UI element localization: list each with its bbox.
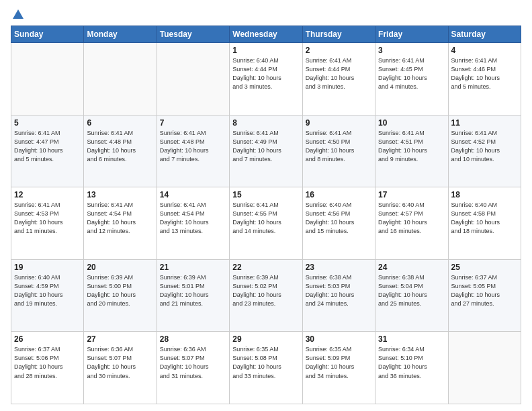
day-info: Sunrise: 6:39 AM Sunset: 5:01 PM Dayligh… bbox=[160, 273, 226, 308]
calendar-cell: 29Sunrise: 6:35 AM Sunset: 5:08 PM Dayli… bbox=[230, 332, 302, 404]
day-number: 27 bbox=[87, 334, 153, 344]
day-info: Sunrise: 6:36 AM Sunset: 5:07 PM Dayligh… bbox=[160, 345, 226, 380]
calendar-cell: 1Sunrise: 6:40 AM Sunset: 4:44 PM Daylig… bbox=[230, 43, 302, 116]
day-number: 7 bbox=[160, 118, 226, 128]
calendar-cell: 13Sunrise: 6:41 AM Sunset: 4:54 PM Dayli… bbox=[84, 187, 157, 260]
calendar-cell: 10Sunrise: 6:41 AM Sunset: 4:51 PM Dayli… bbox=[375, 115, 448, 187]
day-info: Sunrise: 6:41 AM Sunset: 4:44 PM Dayligh… bbox=[306, 56, 372, 91]
calendar-cell: 20Sunrise: 6:39 AM Sunset: 5:00 PM Dayli… bbox=[84, 259, 157, 332]
weekday-header-tuesday: Tuesday bbox=[157, 26, 229, 43]
calendar-cell: 15Sunrise: 6:41 AM Sunset: 4:55 PM Dayli… bbox=[230, 187, 302, 260]
day-info: Sunrise: 6:41 AM Sunset: 4:45 PM Dayligh… bbox=[378, 56, 445, 91]
day-info: Sunrise: 6:41 AM Sunset: 4:52 PM Dayligh… bbox=[451, 129, 518, 164]
day-number: 25 bbox=[451, 263, 518, 272]
day-number: 4 bbox=[451, 46, 518, 55]
day-info: Sunrise: 6:36 AM Sunset: 5:07 PM Dayligh… bbox=[87, 345, 153, 380]
day-info: Sunrise: 6:39 AM Sunset: 5:00 PM Dayligh… bbox=[87, 273, 153, 308]
weekday-header-wednesday: Wednesday bbox=[230, 26, 302, 43]
calendar-cell: 2Sunrise: 6:41 AM Sunset: 4:44 PM Daylig… bbox=[302, 43, 375, 116]
day-info: Sunrise: 6:41 AM Sunset: 4:53 PM Dayligh… bbox=[14, 201, 81, 236]
day-number: 1 bbox=[232, 46, 299, 55]
day-info: Sunrise: 6:41 AM Sunset: 4:48 PM Dayligh… bbox=[87, 129, 153, 164]
calendar-cell bbox=[157, 43, 229, 116]
day-info: Sunrise: 6:40 AM Sunset: 4:56 PM Dayligh… bbox=[306, 201, 372, 236]
day-info: Sunrise: 6:41 AM Sunset: 4:47 PM Dayligh… bbox=[14, 129, 81, 164]
day-info: Sunrise: 6:41 AM Sunset: 4:51 PM Dayligh… bbox=[378, 129, 445, 164]
calendar-cell: 26Sunrise: 6:37 AM Sunset: 5:06 PM Dayli… bbox=[11, 332, 84, 404]
calendar-cell: 28Sunrise: 6:36 AM Sunset: 5:07 PM Dayli… bbox=[157, 332, 229, 404]
calendar-cell bbox=[11, 43, 84, 116]
day-number: 14 bbox=[160, 190, 226, 199]
weekday-header-monday: Monday bbox=[84, 26, 157, 43]
calendar-cell: 8Sunrise: 6:41 AM Sunset: 4:49 PM Daylig… bbox=[230, 115, 302, 187]
day-info: Sunrise: 6:37 AM Sunset: 5:05 PM Dayligh… bbox=[451, 273, 518, 308]
day-info: Sunrise: 6:38 AM Sunset: 5:03 PM Dayligh… bbox=[306, 273, 372, 308]
calendar-cell: 31Sunrise: 6:34 AM Sunset: 5:10 PM Dayli… bbox=[375, 332, 448, 404]
day-info: Sunrise: 6:34 AM Sunset: 5:10 PM Dayligh… bbox=[378, 345, 445, 380]
day-number: 28 bbox=[160, 334, 226, 344]
day-number: 26 bbox=[14, 334, 81, 344]
day-info: Sunrise: 6:40 AM Sunset: 4:59 PM Dayligh… bbox=[14, 273, 81, 308]
day-number: 5 bbox=[14, 118, 81, 128]
calendar-cell: 30Sunrise: 6:35 AM Sunset: 5:09 PM Dayli… bbox=[302, 332, 375, 404]
calendar-cell: 18Sunrise: 6:40 AM Sunset: 4:58 PM Dayli… bbox=[448, 187, 521, 260]
calendar-cell: 6Sunrise: 6:41 AM Sunset: 4:48 PM Daylig… bbox=[84, 115, 157, 187]
logo bbox=[11, 8, 25, 20]
day-info: Sunrise: 6:40 AM Sunset: 4:44 PM Dayligh… bbox=[232, 56, 299, 91]
day-number: 29 bbox=[232, 334, 299, 344]
day-number: 20 bbox=[87, 263, 153, 272]
calendar-cell: 3Sunrise: 6:41 AM Sunset: 4:45 PM Daylig… bbox=[375, 43, 448, 116]
calendar-cell: 5Sunrise: 6:41 AM Sunset: 4:47 PM Daylig… bbox=[11, 115, 84, 187]
day-info: Sunrise: 6:41 AM Sunset: 4:54 PM Dayligh… bbox=[87, 201, 153, 236]
day-number: 13 bbox=[87, 190, 153, 199]
calendar-cell: 23Sunrise: 6:38 AM Sunset: 5:03 PM Dayli… bbox=[302, 259, 375, 332]
day-info: Sunrise: 6:41 AM Sunset: 4:54 PM Dayligh… bbox=[160, 201, 226, 236]
day-number: 19 bbox=[14, 263, 81, 272]
calendar-cell bbox=[84, 43, 157, 116]
svg-marker-0 bbox=[13, 9, 24, 19]
calendar-cell: 22Sunrise: 6:39 AM Sunset: 5:02 PM Dayli… bbox=[230, 259, 302, 332]
day-info: Sunrise: 6:41 AM Sunset: 4:49 PM Dayligh… bbox=[232, 129, 299, 164]
calendar-cell: 21Sunrise: 6:39 AM Sunset: 5:01 PM Dayli… bbox=[157, 259, 229, 332]
calendar-cell: 7Sunrise: 6:41 AM Sunset: 4:48 PM Daylig… bbox=[157, 115, 229, 187]
day-number: 12 bbox=[14, 190, 81, 199]
calendar-cell bbox=[448, 332, 521, 404]
header bbox=[11, 8, 521, 20]
day-info: Sunrise: 6:40 AM Sunset: 4:58 PM Dayligh… bbox=[451, 201, 518, 236]
calendar-cell: 4Sunrise: 6:41 AM Sunset: 4:46 PM Daylig… bbox=[448, 43, 521, 116]
day-number: 22 bbox=[232, 263, 299, 272]
day-number: 24 bbox=[378, 263, 445, 272]
day-number: 10 bbox=[378, 118, 445, 128]
calendar-cell: 19Sunrise: 6:40 AM Sunset: 4:59 PM Dayli… bbox=[11, 259, 84, 332]
weekday-header-sunday: Sunday bbox=[11, 26, 84, 43]
day-number: 9 bbox=[306, 118, 372, 128]
day-info: Sunrise: 6:38 AM Sunset: 5:04 PM Dayligh… bbox=[378, 273, 445, 308]
calendar-cell: 11Sunrise: 6:41 AM Sunset: 4:52 PM Dayli… bbox=[448, 115, 521, 187]
day-number: 17 bbox=[378, 190, 445, 199]
day-info: Sunrise: 6:41 AM Sunset: 4:46 PM Dayligh… bbox=[451, 56, 518, 91]
day-number: 6 bbox=[87, 118, 153, 128]
day-number: 15 bbox=[232, 190, 299, 199]
day-number: 8 bbox=[232, 118, 299, 128]
day-number: 31 bbox=[378, 334, 445, 344]
day-number: 30 bbox=[306, 334, 372, 344]
day-info: Sunrise: 6:35 AM Sunset: 5:09 PM Dayligh… bbox=[306, 345, 372, 380]
calendar-table: SundayMondayTuesdayWednesdayThursdayFrid… bbox=[11, 26, 521, 404]
day-info: Sunrise: 6:35 AM Sunset: 5:08 PM Dayligh… bbox=[232, 345, 299, 380]
day-number: 16 bbox=[306, 190, 372, 199]
day-info: Sunrise: 6:40 AM Sunset: 4:57 PM Dayligh… bbox=[378, 201, 445, 236]
day-info: Sunrise: 6:41 AM Sunset: 4:48 PM Dayligh… bbox=[160, 129, 226, 164]
weekday-header-thursday: Thursday bbox=[302, 26, 375, 43]
weekday-header-friday: Friday bbox=[375, 26, 448, 43]
logo-icon bbox=[11, 8, 25, 21]
calendar-cell: 24Sunrise: 6:38 AM Sunset: 5:04 PM Dayli… bbox=[375, 259, 448, 332]
day-number: 11 bbox=[451, 118, 518, 128]
calendar-cell: 17Sunrise: 6:40 AM Sunset: 4:57 PM Dayli… bbox=[375, 187, 448, 260]
day-number: 21 bbox=[160, 263, 226, 272]
calendar-cell: 16Sunrise: 6:40 AM Sunset: 4:56 PM Dayli… bbox=[302, 187, 375, 260]
calendar-cell: 12Sunrise: 6:41 AM Sunset: 4:53 PM Dayli… bbox=[11, 187, 84, 260]
day-info: Sunrise: 6:41 AM Sunset: 4:50 PM Dayligh… bbox=[306, 129, 372, 164]
day-info: Sunrise: 6:39 AM Sunset: 5:02 PM Dayligh… bbox=[232, 273, 299, 308]
page: SundayMondayTuesdayWednesdayThursdayFrid… bbox=[0, 0, 532, 411]
calendar-cell: 27Sunrise: 6:36 AM Sunset: 5:07 PM Dayli… bbox=[84, 332, 157, 404]
